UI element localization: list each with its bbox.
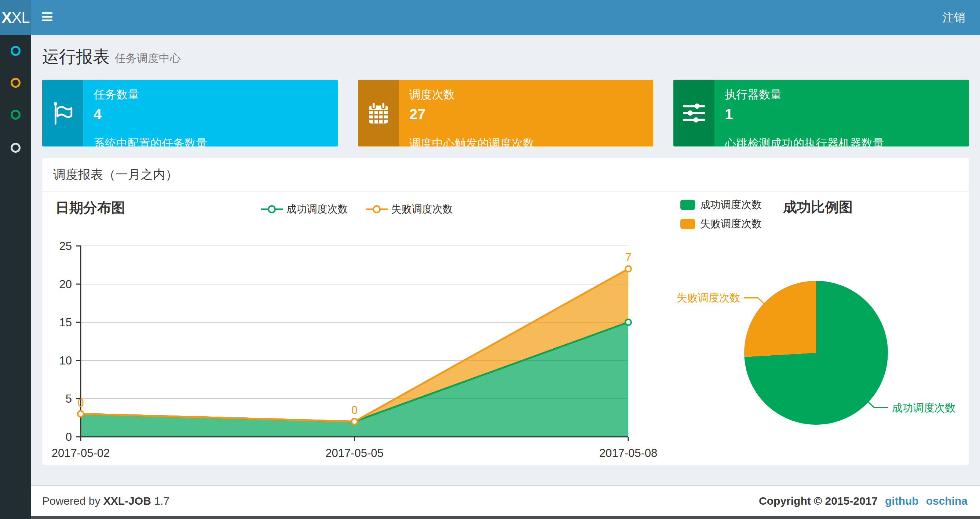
card-icon-area [42,80,83,147]
svg-text:25: 25 [59,240,72,252]
card-title: 调度次数 [409,87,654,102]
stat-cards-row: 任务数量 4 系统中配置的任务数量 [42,80,969,147]
card-icon-area [358,80,399,147]
sidebar-item-4[interactable] [0,137,31,158]
line-chart-title: 日期分布图 [56,198,125,217]
circle-icon [11,46,21,56]
window-edge [0,516,980,519]
copyright-text: Copyright © 2015-2017 [759,495,878,507]
page-header: 运行报表 任务调度中心 [42,44,980,70]
top-navbar: XXL 注销 [0,0,980,35]
success-ratio-section: 成功调度次数失败调度次数 成功比例图 成功调度次数失败调度次数 [671,192,969,466]
app-logo[interactable]: XXL [0,0,31,35]
svg-text:0: 0 [66,431,72,443]
legend-item-失败调度次数[interactable]: 失败调度次数 [680,217,762,231]
card-title: 任务数量 [94,87,338,102]
footer-copyright: Copyright © 2015-2017 github oschina [759,495,967,507]
svg-text:0: 0 [77,396,84,409]
legend-item-失败调度次数[interactable]: 失败调度次数 [366,202,453,216]
mini-sidebar [0,35,31,519]
legend-label: 成功调度次数 [700,198,762,212]
circle-icon [11,143,21,153]
legend-item-成功调度次数[interactable]: 成功调度次数 [261,202,348,216]
svg-text:成功调度次数: 成功调度次数 [892,402,956,414]
calendar-icon [366,101,391,126]
oschina-link[interactable]: oschina [926,495,967,507]
sidebar-item-1[interactable] [0,40,31,62]
svg-text:失败调度次数: 失败调度次数 [676,292,740,303]
page-subtitle: 任务调度中心 [115,48,181,66]
card-value: 1 [725,106,969,123]
footer: Powered by XXL-JOB 1.7 Copyright © 2015-… [0,485,980,516]
flag-icon [50,101,75,126]
line-chart-legend: 成功调度次数失败调度次数 [42,192,671,216]
line-circle-marker-icon [366,205,388,214]
svg-text:2017-05-08: 2017-05-08 [599,447,658,460]
app-logo-text: XL [11,9,29,26]
circle-icon [11,110,21,120]
svg-text:15: 15 [59,316,72,329]
stat-card-executors: 执行器数量 1 心跳检测成功的执行器机器数量 [673,80,969,147]
swatch-icon [680,200,695,210]
logout-link[interactable]: 注销 [943,0,965,35]
card-description: 心跳检测成功的执行器机器数量 [725,136,969,147]
svg-text:5: 5 [66,392,72,405]
date-distribution-section: 日期分布图 成功调度次数失败调度次数 05101520252017-05-022… [42,192,671,466]
product-version: 1.7 [154,495,169,507]
github-link[interactable]: github [885,495,919,507]
date-distribution-chart: 05101520252017-05-022017-05-052017-05-08… [42,226,671,466]
swatch-icon [680,219,695,229]
card-value: 4 [94,106,338,123]
stat-card-triggers: 调度次数 27 调度中心触发的调度次数 [358,80,654,147]
svg-text:2017-05-05: 2017-05-05 [325,447,383,460]
sidebar-item-2[interactable] [0,72,31,94]
legend-item-成功调度次数[interactable]: 成功调度次数 [680,198,762,212]
card-title: 执行器数量 [725,87,969,102]
pie-chart-legend: 成功调度次数失败调度次数 [680,198,762,231]
card-description: 系统中配置的任务数量 [94,136,338,147]
svg-text:20: 20 [59,278,72,291]
legend-label: 失败调度次数 [700,217,762,231]
circle-icon [11,78,21,88]
content-area: 运行报表 任务调度中心 任务数量 4 系统中配置的任务数量 [31,35,980,482]
svg-text:7: 7 [625,251,631,264]
pie-chart-title: 成功比例图 [783,198,853,217]
page-title: 运行报表 [42,46,110,68]
svg-text:0: 0 [352,404,358,417]
card-icon-area [673,80,714,147]
legend-label: 成功调度次数 [286,202,348,216]
hamburger-menu-icon[interactable] [42,12,53,22]
product-name: XXL-JOB [103,495,151,507]
footer-powered: Powered by XXL-JOB 1.7 [42,495,169,507]
legend-label: 失败调度次数 [391,202,453,216]
card-description: 调度中心触发的调度次数 [409,136,654,147]
sidebar-item-3[interactable] [0,104,31,126]
sliders-icon [681,100,707,126]
success-ratio-pie-chart: 成功调度次数失败调度次数 [671,192,969,466]
svg-text:2017-05-02: 2017-05-02 [52,447,110,460]
powered-by-text: Powered by [42,495,100,507]
stat-card-jobs: 任务数量 4 系统中配置的任务数量 [42,80,338,147]
card-value: 27 [409,106,654,123]
svg-text:10: 10 [59,354,72,367]
line-circle-marker-icon [261,205,283,214]
schedule-report-panel: 调度报表（一月之内） 日期分布图 成功调度次数失败调度次数 0510152025… [42,158,969,465]
panel-title: 调度报表（一月之内） [42,158,969,192]
